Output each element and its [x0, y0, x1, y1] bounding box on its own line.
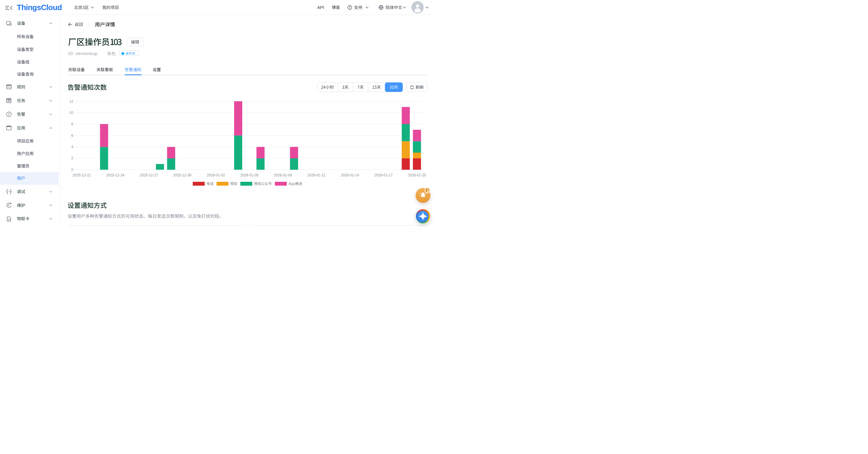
svg-text:2: 2: [71, 156, 73, 160]
svg-text:2026-01-17: 2026-01-17: [374, 173, 393, 177]
svg-text:2026-01-14: 2026-01-14: [341, 173, 359, 177]
svg-text:2026-01-05: 2026-01-05: [240, 173, 259, 177]
svg-text:6: 6: [71, 133, 73, 138]
svg-text:10: 10: [69, 111, 73, 115]
svg-text:0: 0: [71, 168, 73, 172]
svg-text:2025-12-21: 2025-12-21: [72, 173, 91, 177]
svg-text:2025-12-27: 2025-12-27: [140, 173, 158, 177]
svg-text:2026-01-11: 2026-01-11: [307, 173, 326, 177]
svg-text:2025-12-24: 2025-12-24: [106, 173, 125, 177]
svg-text:2026-01-02: 2026-01-02: [207, 173, 225, 177]
svg-text:2026-01-20: 2026-01-20: [408, 173, 426, 177]
svg-text:8: 8: [71, 122, 73, 126]
svg-text:2025-12-30: 2025-12-30: [173, 173, 192, 177]
svg-text:2026-01-08: 2026-01-08: [274, 173, 292, 177]
svg-text:4: 4: [71, 145, 73, 149]
svg-text:12: 12: [69, 99, 73, 103]
